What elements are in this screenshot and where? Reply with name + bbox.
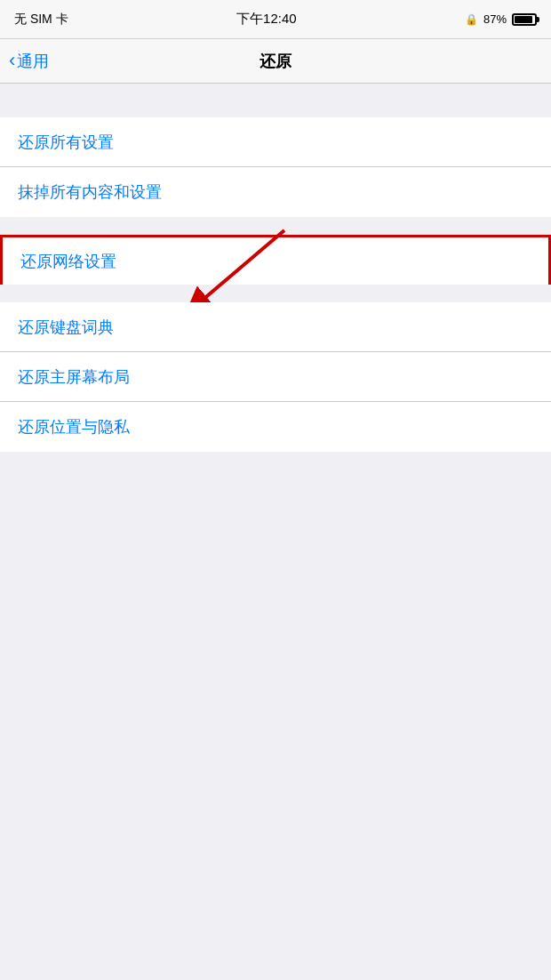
carrier-label: 无 SIM 卡 <box>14 12 68 28</box>
back-button[interactable]: ‹ 通用 <box>9 51 49 72</box>
reset-keyboard-label: 还原键盘词典 <box>18 317 114 338</box>
reset-location-label: 还原位置与隐私 <box>18 416 130 438</box>
section-gap-3 <box>0 285 551 302</box>
status-right: 🔒 87% <box>465 12 537 26</box>
back-arrow-icon: ‹ <box>9 51 15 70</box>
settings-group-2: 还原网络设置 <box>0 235 551 285</box>
status-bar: 无 SIM 卡 下午12:40 🔒 87% <box>0 0 551 39</box>
reset-all-settings-cell[interactable]: 还原所有设置 <box>0 117 551 167</box>
erase-all-cell[interactable]: 抹掉所有内容和设置 <box>0 167 551 217</box>
nav-bar: ‹ 通用 还原 <box>0 39 551 84</box>
reset-network-cell[interactable]: 还原网络设置 <box>0 235 551 285</box>
content-area: 还原所有设置 抹掉所有内容和设置 还原网络设置 还原键盘词典 还原主屏幕布局 <box>0 84 551 896</box>
battery-percent: 87% <box>483 12 507 26</box>
reset-home-label: 还原主屏幕布局 <box>18 366 130 388</box>
reset-all-settings-label: 还原所有设置 <box>18 132 114 153</box>
lock-icon: 🔒 <box>465 13 478 26</box>
page-title: 还原 <box>260 51 291 72</box>
erase-all-label: 抹掉所有内容和设置 <box>18 181 162 203</box>
reset-home-cell[interactable]: 还原主屏幕布局 <box>0 352 551 402</box>
battery-icon <box>512 13 537 26</box>
section-gap-2 <box>0 217 551 235</box>
bottom-fill <box>0 452 551 896</box>
back-label: 通用 <box>17 51 49 72</box>
settings-group-1: 还原所有设置 抹掉所有内容和设置 <box>0 117 551 217</box>
reset-location-cell[interactable]: 还原位置与隐私 <box>0 402 551 452</box>
reset-network-label: 还原网络设置 <box>20 251 116 272</box>
time-label: 下午12:40 <box>236 11 297 28</box>
section-gap-1 <box>0 84 551 117</box>
reset-keyboard-cell[interactable]: 还原键盘词典 <box>0 302 551 352</box>
settings-group-3: 还原键盘词典 还原主屏幕布局 还原位置与隐私 <box>0 302 551 452</box>
